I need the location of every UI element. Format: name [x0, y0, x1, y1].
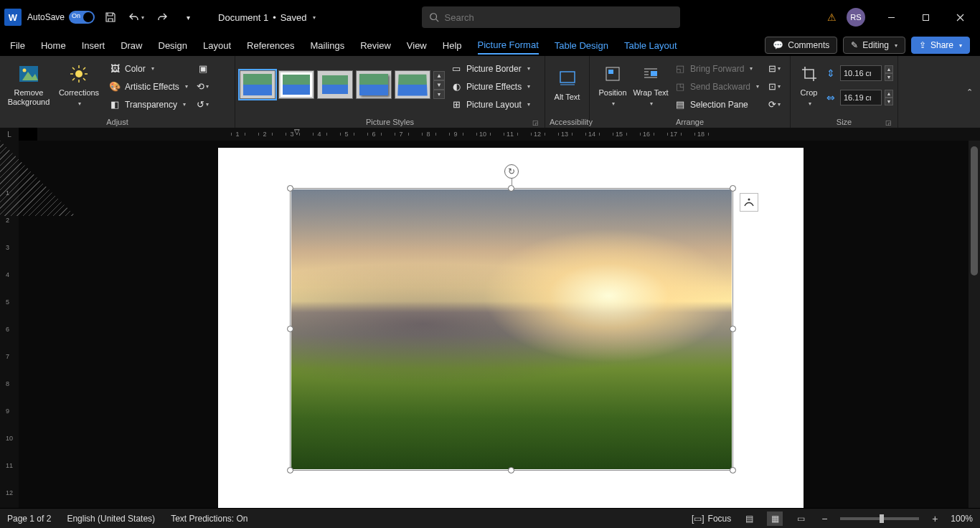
- tab-table-layout[interactable]: Table Layout: [624, 37, 677, 54]
- align-button[interactable]: ⊟▾: [765, 60, 783, 77]
- zoom-level[interactable]: 100%: [951, 514, 973, 524]
- scrollbar-thumb[interactable]: [971, 146, 978, 275]
- tab-file[interactable]: File: [10, 37, 25, 54]
- redo-button[interactable]: [152, 7, 172, 27]
- height-down[interactable]: ▼: [885, 73, 893, 81]
- zoom-in-button[interactable]: +: [929, 513, 941, 524]
- ruler-corner-label: L: [0, 128, 19, 141]
- crop-button[interactable]: Crop▾: [795, 59, 823, 110]
- gallery-scroll-down[interactable]: ▼: [433, 80, 445, 90]
- close-button[interactable]: [944, 6, 976, 28]
- tab-help[interactable]: Help: [443, 37, 462, 54]
- vertical-ruler[interactable]: 123 456 789 101112: [0, 141, 19, 508]
- tab-draw[interactable]: Draw: [121, 37, 142, 54]
- width-up[interactable]: ▲: [885, 90, 893, 98]
- picture-effects-button[interactable]: ◐Picture Effects▾: [446, 78, 534, 95]
- tab-view[interactable]: View: [407, 37, 427, 54]
- tab-layout[interactable]: Layout: [203, 37, 231, 54]
- customize-qat-button[interactable]: ▾: [178, 7, 198, 27]
- gallery-more[interactable]: ▾: [433, 90, 445, 99]
- read-mode-button[interactable]: ▤: [741, 512, 757, 526]
- border-icon: ▭: [451, 63, 462, 75]
- bring-forward-button[interactable]: ◱Bring Forward▾: [670, 60, 763, 77]
- zoom-slider[interactable]: [840, 517, 919, 520]
- undo-button[interactable]: ▾: [126, 7, 146, 27]
- remove-background-button[interactable]: Remove Background: [4, 59, 53, 110]
- vertical-scrollbar[interactable]: [969, 141, 980, 508]
- save-button[interactable]: [100, 7, 121, 27]
- tab-home[interactable]: Home: [41, 37, 66, 54]
- text-predictions-indicator[interactable]: Text Predictions: On: [171, 514, 248, 524]
- align-icon: ⊟: [768, 63, 776, 74]
- position-button[interactable]: Position▾: [594, 59, 631, 110]
- inserted-picture[interactable]: [291, 189, 732, 469]
- tab-picture-format[interactable]: Picture Format: [478, 37, 539, 55]
- alt-text-button[interactable]: Alt Text: [550, 59, 585, 110]
- transparency-button[interactable]: ◧Transparency▾: [105, 96, 192, 113]
- share-button[interactable]: ⇪Share▾: [911, 37, 970, 54]
- styles-launcher[interactable]: ◲: [532, 119, 539, 126]
- pencil-icon: ✎: [851, 40, 858, 50]
- gallery-scroll-up[interactable]: ▲: [433, 71, 445, 80]
- editing-mode-button[interactable]: ✎Editing▾: [843, 37, 905, 54]
- warning-icon[interactable]: ⚠: [827, 11, 837, 23]
- style-thumb-4[interactable]: [356, 70, 392, 99]
- style-thumb-1[interactable]: [240, 70, 275, 99]
- document-title[interactable]: Document 1 • Saved ▾: [218, 12, 316, 23]
- document-page[interactable]: [218, 148, 804, 508]
- tab-insert[interactable]: Insert: [82, 37, 105, 54]
- comments-button[interactable]: 💬Comments: [765, 37, 837, 54]
- style-thumb-3[interactable]: [317, 70, 353, 99]
- search-input[interactable]: [445, 12, 673, 23]
- picture-layout-button[interactable]: ⊞Picture Layout▾: [446, 96, 534, 113]
- send-backward-button[interactable]: ◳Send Backward▾: [670, 78, 763, 95]
- height-up[interactable]: ▲: [885, 65, 893, 73]
- tab-references[interactable]: References: [247, 37, 294, 54]
- picture-styles-gallery[interactable]: ▲ ▼ ▾: [240, 59, 445, 110]
- svg-point-10: [748, 199, 750, 201]
- print-layout-button[interactable]: ▦: [767, 512, 783, 526]
- selection-pane-button[interactable]: ▤Selection Pane: [670, 96, 763, 113]
- color-button[interactable]: 🖼Color▾: [105, 60, 192, 77]
- tab-table-design[interactable]: Table Design: [555, 37, 608, 54]
- focus-mode-button[interactable]: [▭]Focus: [692, 514, 731, 524]
- tab-review[interactable]: Review: [360, 37, 391, 54]
- language-indicator[interactable]: English (United States): [67, 514, 155, 524]
- tab-mailings[interactable]: Mailings: [311, 37, 345, 54]
- height-field[interactable]: ⇕ ▲▼: [824, 63, 893, 83]
- wrap-text-button[interactable]: Wrap Text▾: [633, 59, 669, 110]
- autosave-toggle[interactable]: AutoSave On: [27, 11, 95, 24]
- wrap-icon: [639, 62, 662, 85]
- style-thumb-2[interactable]: [278, 70, 314, 99]
- word-app-icon: W: [4, 9, 22, 26]
- chevron-down-icon: ▾: [313, 14, 316, 21]
- zoom-slider-thumb[interactable]: [880, 514, 884, 523]
- minimize-button[interactable]: [875, 6, 907, 28]
- zoom-out-button[interactable]: −: [819, 513, 830, 524]
- width-field[interactable]: ⇔ ▲▼: [824, 88, 893, 108]
- group-button[interactable]: ⊡▾: [765, 78, 783, 95]
- web-layout-button[interactable]: ▭: [793, 512, 809, 526]
- width-input[interactable]: [840, 90, 882, 105]
- reset-picture-button[interactable]: ↺▾: [194, 96, 212, 113]
- height-input[interactable]: [840, 65, 882, 81]
- change-picture-button[interactable]: ⟲▾: [194, 78, 212, 95]
- rotate-button[interactable]: ⟳▾: [765, 96, 783, 113]
- maximize-button[interactable]: [910, 6, 941, 28]
- search-box[interactable]: [422, 6, 680, 28]
- picture-border-button[interactable]: ▭Picture Border▾: [446, 60, 534, 77]
- artistic-effects-button[interactable]: 🎨Artistic Effects▾: [105, 78, 192, 95]
- width-down[interactable]: ▼: [885, 98, 893, 105]
- style-thumb-5[interactable]: [395, 70, 430, 99]
- corrections-button[interactable]: Corrections▾: [55, 59, 103, 110]
- user-avatar[interactable]: RS: [847, 8, 865, 27]
- compress-pictures-button[interactable]: ▣: [194, 60, 212, 77]
- page-indicator[interactable]: Page 1 of 2: [7, 514, 51, 524]
- collapse-ribbon-button[interactable]: ⌃: [966, 88, 973, 97]
- size-launcher[interactable]: ◲: [885, 119, 892, 126]
- tab-design[interactable]: Design: [159, 37, 187, 54]
- layout-options-button[interactable]: [740, 193, 758, 212]
- horizontal-ruler[interactable]: ▽ 1234 5678 9101112 13141516 1718: [37, 128, 980, 141]
- rotate-handle[interactable]: [504, 164, 519, 179]
- toggle-switch-icon[interactable]: On: [69, 11, 95, 24]
